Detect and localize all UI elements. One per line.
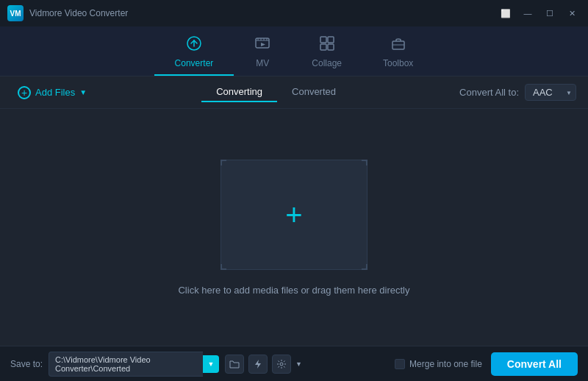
- add-files-dropdown-arrow[interactable]: ▼: [79, 88, 87, 96]
- folder-icon-btn[interactable]: [225, 355, 244, 374]
- drop-hint: Click here to add media files or drag th…: [178, 285, 409, 296]
- mv-tab-label: MV: [256, 58, 269, 68]
- app-title: Vidmore Video Converter: [29, 8, 128, 18]
- merge-checkbox-area: Merge into one file: [395, 359, 482, 369]
- svg-rect-4: [328, 37, 334, 43]
- svg-rect-6: [328, 44, 334, 50]
- converter-icon: [186, 35, 202, 55]
- toolbox-icon: [390, 35, 406, 55]
- app-logo: VM: [7, 5, 24, 21]
- format-select[interactable]: AAC MP3 MP4 AVI MOV MKV WAV FLAC: [525, 84, 576, 101]
- tab-toolbox[interactable]: Toolbox: [362, 35, 434, 76]
- bottom-bar: Save to: C:\Vidmore\Vidmore Video Conver…: [0, 346, 588, 381]
- svg-point-8: [280, 363, 283, 366]
- drop-zone[interactable]: +: [220, 160, 368, 270]
- drop-zone-corner-tr: [362, 160, 368, 165]
- conversion-tabs: Converting Converted: [201, 82, 351, 102]
- main-content: + Click here to add media files or drag …: [0, 109, 588, 346]
- save-to-label: Save to:: [10, 359, 43, 369]
- lightning-icon-btn[interactable]: [248, 355, 268, 374]
- maximize-button[interactable]: ☐: [539, 4, 560, 22]
- merge-checkbox[interactable]: [395, 359, 405, 369]
- close-button[interactable]: ✕: [562, 4, 582, 22]
- convert-all-button[interactable]: Convert All: [491, 352, 578, 376]
- settings-icon-btn[interactable]: [272, 355, 291, 374]
- message-button[interactable]: ⬜: [495, 4, 516, 22]
- mv-icon: [254, 35, 270, 55]
- svg-rect-5: [320, 44, 326, 50]
- save-to-section: Save to: C:\Vidmore\Vidmore Video Conver…: [10, 352, 302, 377]
- toolbox-tab-label: Toolbox: [383, 58, 413, 68]
- settings-dropdown-arrow[interactable]: ▼: [295, 360, 302, 368]
- save-path-display[interactable]: C:\Vidmore\Vidmore Video Converter\Conve…: [49, 352, 203, 377]
- convert-all-to: Convert All to: AAC MP3 MP4 AVI MOV MKV …: [459, 84, 576, 101]
- converter-tab-label: Converter: [175, 58, 214, 68]
- title-bar: VM Vidmore Video Converter ⬜ — ☐ ✕: [0, 0, 588, 26]
- minimize-button[interactable]: —: [517, 4, 538, 22]
- nav-tabs: Converter MV Collage: [0, 26, 588, 76]
- collage-icon: [319, 35, 335, 55]
- drop-plus-icon: +: [285, 200, 302, 229]
- format-select-wrapper: AAC MP3 MP4 AVI MOV MKV WAV FLAC: [525, 84, 576, 101]
- tab-collage[interactable]: Collage: [291, 35, 362, 76]
- converted-tab[interactable]: Converted: [277, 82, 351, 102]
- drop-zone-corner-bl: [220, 264, 226, 270]
- svg-marker-2: [261, 43, 265, 46]
- svg-rect-3: [320, 37, 326, 43]
- bottom-icons: ▼: [225, 355, 302, 374]
- toolbar: + Add Files ▼ Converting Converted Conve…: [0, 76, 588, 109]
- converting-tab[interactable]: Converting: [201, 82, 277, 102]
- window-controls: ⬜ — ☐ ✕: [495, 4, 582, 22]
- collage-tab-label: Collage: [312, 58, 342, 68]
- add-files-plus-icon: +: [18, 86, 31, 99]
- add-files-button[interactable]: + Add Files ▼: [12, 83, 93, 102]
- add-files-label: Add Files: [35, 87, 75, 98]
- merge-label: Merge into one file: [409, 359, 482, 369]
- save-path-dropdown-arrow[interactable]: ▼: [203, 355, 219, 373]
- drop-zone-corner-br: [362, 264, 368, 270]
- bottom-right: Merge into one file Convert All: [395, 352, 578, 376]
- tab-converter[interactable]: Converter: [154, 35, 234, 76]
- convert-all-to-label: Convert All to:: [459, 87, 519, 98]
- drop-zone-corner-tl: [220, 160, 226, 165]
- title-bar-left: VM Vidmore Video Converter: [7, 5, 128, 21]
- save-path-wrapper: C:\Vidmore\Vidmore Video Converter\Conve…: [49, 352, 219, 377]
- tab-mv[interactable]: MV: [234, 35, 291, 76]
